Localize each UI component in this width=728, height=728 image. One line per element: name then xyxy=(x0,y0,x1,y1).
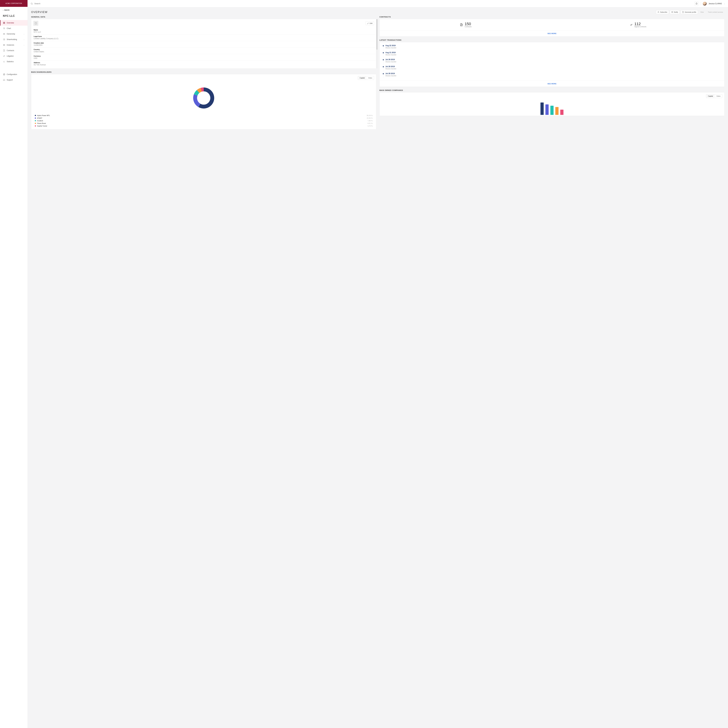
chevron-down-icon: ⌄ xyxy=(23,44,24,46)
sidebar-item-label: Support xyxy=(7,79,13,81)
owned-toggle-capital[interactable]: Capital xyxy=(706,94,714,98)
back-button[interactable]: ‹ BACK xyxy=(0,7,28,13)
chevron-down-icon[interactable]: ⌄ xyxy=(724,3,725,5)
chevron-left-icon: ‹ xyxy=(3,9,4,11)
track-label: Track content access xyxy=(708,11,723,13)
edit-button[interactable]: Edit xyxy=(366,21,374,25)
transactions-title: LATEST TRANSACTIONS xyxy=(379,39,725,41)
search-input[interactable] xyxy=(34,3,78,5)
sidebar-item-shareholding[interactable]: Shareholding⌄ xyxy=(0,37,28,42)
transaction-item[interactable]: Jul 29 2019Shares transfer xyxy=(383,58,722,66)
sidebar-item-label: Contracts xyxy=(7,49,14,52)
field-value: United States xyxy=(34,50,374,53)
toggle-votes[interactable]: Votes xyxy=(366,76,374,80)
shareholding-icon xyxy=(3,38,5,41)
statistics-icon xyxy=(3,60,5,63)
sidebar-item-litigation[interactable]: Litigation xyxy=(0,53,28,59)
legend-value: 7,85 % xyxy=(368,120,373,122)
contracts-see-more[interactable]: SEE MORE xyxy=(379,31,724,37)
general-data-card: Edit NameNYC LLCLegal formLimited Liabil… xyxy=(31,19,376,69)
sidebar-item-instances[interactable]: Instances⌄ xyxy=(0,42,28,48)
sidebar-item-statistics[interactable]: Statistics xyxy=(0,59,28,64)
app-root: ACME CORPORATION ‹ BACK NYC LLC Overview… xyxy=(0,0,728,728)
support-icon xyxy=(3,79,5,81)
transaction-date: Aug 21 2019 xyxy=(385,52,722,54)
edit-label: Edit xyxy=(370,23,372,24)
legend-value: 22,55 % xyxy=(367,117,373,119)
shareholders-title: MAIN SHAREHOLDERS xyxy=(31,71,376,73)
general-data-fields: NameNYC LLCLegal formLimited Liability C… xyxy=(31,28,376,68)
sidebar-item-chart[interactable]: Chart xyxy=(0,26,28,31)
sidebar-item-support[interactable]: Support xyxy=(0,77,28,83)
owned-title: MAIN OWNED COMPANIES xyxy=(379,89,725,91)
chevron-down-icon: ⌄ xyxy=(23,39,24,40)
generate-profile-button[interactable]: Generate profile xyxy=(681,10,698,14)
litigation-icon xyxy=(3,55,5,57)
legend-value: 58,34 % xyxy=(367,115,373,116)
toggle-capital[interactable]: Capital xyxy=(358,76,366,80)
avatar[interactable] xyxy=(703,2,707,6)
transactions-timeline: Aug 22 2019Shares transferAug 21 2019Sha… xyxy=(379,42,724,81)
transaction-description: Shares transfer xyxy=(385,75,722,76)
field-creation-date: Creation date11/06/2003 xyxy=(31,41,376,47)
section-shareholders: MAIN SHAREHOLDERS Capital Votes xyxy=(31,71,376,130)
search-wrap xyxy=(31,3,693,5)
field-value: 417 5th Avenue xyxy=(34,64,374,66)
legend-dot-icon xyxy=(35,118,36,119)
legend-value: 6,51 % xyxy=(368,122,373,124)
field-label: Creation date xyxy=(34,42,374,44)
contracts-icon xyxy=(460,23,463,26)
legend-row: Incateck7,85 % xyxy=(35,119,373,122)
subscribe-button[interactable]: Subscribe xyxy=(656,10,669,14)
sidebar-item-ownership[interactable]: Ownership⌄ xyxy=(0,31,28,37)
notify-button[interactable]: Notify xyxy=(670,10,680,14)
sidebar-item-label: Chart xyxy=(7,28,11,29)
contracts-stats: 150Contracts112Signed contracts xyxy=(379,19,724,31)
svg-point-20 xyxy=(4,74,5,75)
field-label: Currency xyxy=(34,55,374,57)
sidebar-item-contracts[interactable]: Contracts xyxy=(0,48,28,53)
sidebar: ACME CORPORATION ‹ BACK NYC LLC Overview… xyxy=(0,0,28,728)
sidebar-item-label: Litigation xyxy=(7,55,14,57)
owned-toggle-votes[interactable]: Votes xyxy=(714,94,722,98)
svg-rect-21 xyxy=(3,80,4,81)
transactions-see-more[interactable]: SEE MORE xyxy=(379,81,724,87)
transaction-item[interactable]: Aug 22 2019Shares transfer xyxy=(383,44,722,52)
donut-chart xyxy=(31,81,376,113)
contracts-title: CONTRACTS xyxy=(379,16,725,18)
legend-dot-icon xyxy=(35,120,36,121)
transaction-item[interactable]: Jul 29 2019Shares transfer xyxy=(383,66,722,72)
field-address: Address417 5th Avenue xyxy=(31,60,376,67)
generate-profile-label: Generate profile xyxy=(685,11,696,13)
sidebar-item-label: Configuration xyxy=(7,73,17,75)
bar xyxy=(560,110,563,115)
scrollbar[interactable] xyxy=(376,19,378,69)
track-button[interactable]: Track content access xyxy=(706,10,725,14)
sidebar-item-configuration[interactable]: Configuration xyxy=(0,72,28,77)
sidebar-item-label: Instances xyxy=(7,44,14,46)
bar xyxy=(545,104,549,115)
divider xyxy=(700,2,701,5)
transaction-item[interactable]: Aug 21 2019Shares transfer xyxy=(383,52,722,58)
view-button[interactable]: View xyxy=(699,10,705,14)
contracts-card: 150Contracts112Signed contracts SEE MORE xyxy=(379,19,725,37)
svg-rect-0 xyxy=(3,22,4,23)
field-label: Name xyxy=(34,29,374,31)
field-value: 11/06/2003 xyxy=(34,44,374,46)
field-value: NYC LLC xyxy=(34,31,374,33)
legend-dot-icon xyxy=(35,123,36,124)
transaction-date: Jul 29 2019 xyxy=(385,58,722,61)
bar xyxy=(540,102,544,115)
svg-point-23 xyxy=(31,3,32,4)
field-country: CountryUnited States xyxy=(31,47,376,54)
sidebar-item-overview[interactable]: Overview xyxy=(0,20,28,26)
notifications-button[interactable] xyxy=(694,2,699,6)
section-transactions: LATEST TRANSACTIONS Aug 22 2019Shares tr… xyxy=(379,39,725,87)
legend-dot-icon xyxy=(35,125,36,127)
owned-card: Capital Votes xyxy=(379,92,725,116)
document-icon xyxy=(682,11,684,13)
field-label: Legal form xyxy=(34,35,374,37)
page-title: OVERVIEW xyxy=(31,11,47,14)
transaction-item[interactable]: Jul 29 2019Shares transfer xyxy=(383,72,722,80)
svg-point-4 xyxy=(3,28,4,28)
